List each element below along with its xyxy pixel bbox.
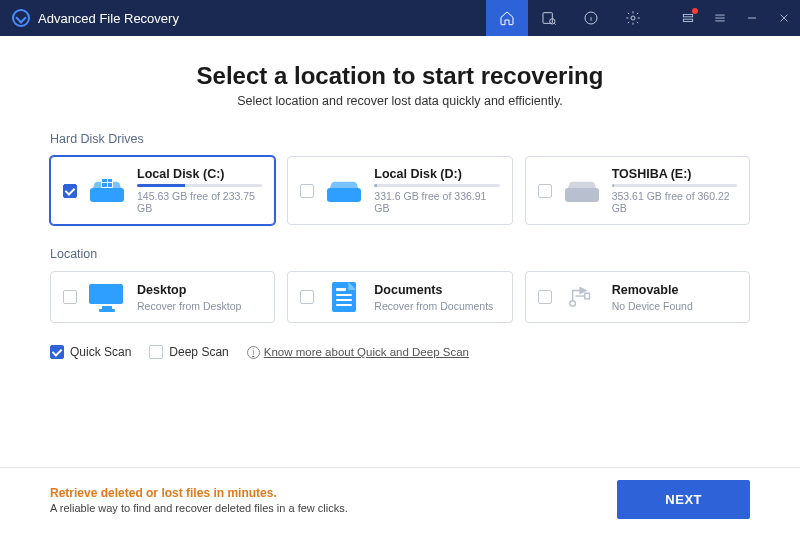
drive-card-d[interactable]: Local Disk (D:) 331.6 GB free of 336.91 … [287,156,512,225]
scan-options: Quick Scan Deep Scan i Know more about Q… [50,345,750,359]
location-sub: Recover from Documents [374,300,499,312]
drive-checkbox[interactable] [538,184,552,198]
menu-icon [713,11,727,25]
drive-sub: 145.63 GB free of 233.75 GB [137,190,262,214]
notifications-button[interactable] [672,0,704,36]
location-checkbox[interactable] [538,290,552,304]
app-logo-icon [12,9,30,27]
nav-info[interactable] [570,0,612,36]
menu-button[interactable] [704,0,736,36]
section-label-location: Location [50,247,750,261]
document-icon [324,282,364,312]
notification-badge [692,8,698,14]
minimize-icon [745,11,759,25]
quick-scan-checkbox[interactable] [50,345,64,359]
location-title: Documents [374,283,499,297]
info-circle-icon: i [247,346,260,359]
usb-icon [562,282,602,312]
drive-sub: 331.6 GB free of 336.91 GB [374,190,499,214]
page-heading: Select a location to start recovering [50,62,750,90]
minimize-button[interactable] [736,0,768,36]
deep-scan-option[interactable]: Deep Scan [149,345,228,359]
location-title: Removable [612,283,737,297]
window-controls [672,0,800,36]
promo-sub: A reliable way to find and recover delet… [50,502,348,514]
nav-home[interactable] [486,0,528,36]
drive-icon [87,176,127,206]
drive-title: TOSHIBA (E:) [612,167,737,181]
svg-point-6 [569,301,575,307]
drive-checkbox[interactable] [300,184,314,198]
location-checkbox[interactable] [63,290,77,304]
svg-rect-4 [683,15,692,17]
drive-card-e[interactable]: TOSHIBA (E:) 353.61 GB free of 360.22 GB [525,156,750,225]
drive-card-c[interactable]: Local Disk (C:) 145.63 GB free of 233.75… [50,156,275,225]
next-button[interactable]: NEXT [617,480,750,519]
quick-scan-option[interactable]: Quick Scan [50,345,131,359]
nav-settings[interactable] [612,0,654,36]
drive-sub: 353.61 GB free of 360.22 GB [612,190,737,214]
app-title: Advanced File Recovery [38,11,179,26]
promo-block: Retrieve deleted or lost files in minute… [50,486,348,514]
drive-icon [562,176,602,206]
gear-icon [625,10,641,26]
nav-search[interactable] [528,0,570,36]
location-row: Desktop Recover from Desktop Documents R… [50,271,750,323]
scan-info-link[interactable]: i Know more about Quick and Deep Scan [247,346,469,359]
promo-title: Retrieve deleted or lost files in minute… [50,486,348,500]
home-icon [499,10,515,26]
close-button[interactable] [768,0,800,36]
svg-rect-5 [683,19,692,21]
titlebar: Advanced File Recovery [0,0,800,36]
drive-title: Local Disk (D:) [374,167,499,181]
header-nav [486,0,654,36]
drive-checkbox[interactable] [63,184,77,198]
drives-row: Local Disk (C:) 145.63 GB free of 233.75… [50,156,750,225]
quick-scan-label: Quick Scan [70,345,131,359]
location-card-desktop[interactable]: Desktop Recover from Desktop [50,271,275,323]
page-subheading: Select location and recover lost data qu… [50,94,750,108]
location-card-removable[interactable]: Removable No Device Found [525,271,750,323]
drive-title: Local Disk (C:) [137,167,262,181]
location-sub: Recover from Desktop [137,300,262,312]
close-icon [777,11,791,25]
location-sub: No Device Found [612,300,737,312]
svg-rect-0 [543,13,552,24]
main-content: Select a location to start recovering Se… [0,36,800,467]
location-card-documents[interactable]: Documents Recover from Documents [287,271,512,323]
deep-scan-label: Deep Scan [169,345,228,359]
search-list-icon [541,10,557,26]
drive-icon [324,176,364,206]
section-label-drives: Hard Disk Drives [50,132,750,146]
location-checkbox[interactable] [300,290,314,304]
info-icon [583,10,599,26]
deep-scan-checkbox[interactable] [149,345,163,359]
app-logo-area: Advanced File Recovery [0,9,191,27]
footer: Retrieve deleted or lost files in minute… [0,467,800,535]
svg-point-3 [631,16,635,20]
location-title: Desktop [137,283,262,297]
svg-rect-7 [584,293,589,299]
monitor-icon [87,282,127,312]
